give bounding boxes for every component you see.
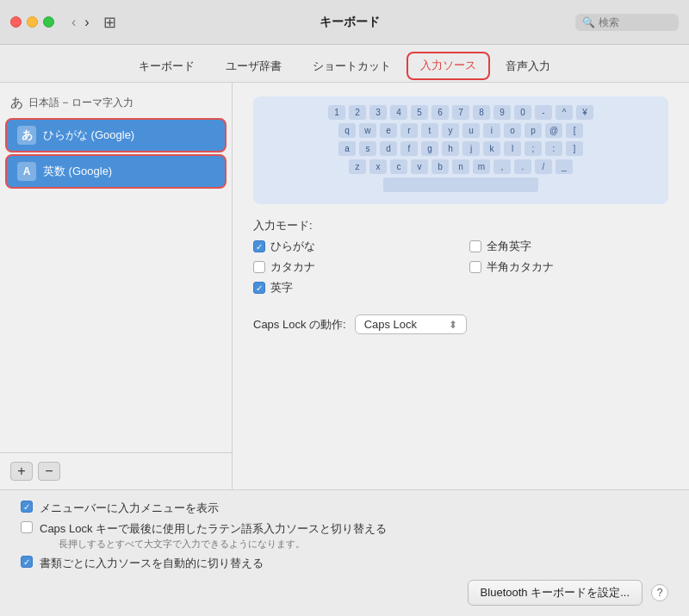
checkbox-zenkaku[interactable] bbox=[469, 240, 481, 252]
checkbox-hiragana[interactable] bbox=[253, 240, 265, 252]
checkbox-menubar[interactable] bbox=[21, 501, 33, 513]
key-8: 8 bbox=[473, 105, 490, 120]
key-a: a bbox=[338, 141, 356, 156]
window-title: キーボード bbox=[320, 15, 380, 30]
mode-hankaku-label: 半角カタカナ bbox=[487, 259, 554, 275]
tab-shortcuts[interactable]: ショートカット bbox=[297, 52, 407, 82]
chevron-down-icon: ⬍ bbox=[449, 319, 457, 331]
key-e: e bbox=[380, 123, 397, 138]
search-box[interactable]: 🔍 bbox=[575, 14, 679, 31]
key-x: x bbox=[369, 159, 387, 174]
tab-voice[interactable]: 音声入力 bbox=[490, 52, 566, 82]
mode-katakana: カタカナ bbox=[253, 259, 452, 275]
checkbox-katakana[interactable] bbox=[253, 261, 265, 273]
kb-row-4: z x c v b n m , . / _ bbox=[265, 159, 656, 174]
panel-wrapper: あ 日本語 − ローマ字入力 あ ひらがな (Google) A 英数 (Goo… bbox=[0, 82, 689, 489]
checkbox-row-menubar: メニューバーに入力メニューを表示 bbox=[21, 501, 668, 516]
mode-hankaku: 半角カタカナ bbox=[469, 259, 668, 275]
checkbox-capslock-switch[interactable] bbox=[21, 521, 33, 533]
grid-icon: ⊞ bbox=[103, 13, 116, 32]
help-button[interactable]: ? bbox=[651, 584, 668, 601]
input-mode-grid: ひらがな 全角英字 カタカナ 半角カタカナ 英字 bbox=[253, 239, 668, 296]
key-semicolon: ; bbox=[525, 141, 542, 156]
key-slash: / bbox=[535, 159, 552, 174]
key-period: . bbox=[514, 159, 531, 174]
key-minus: - bbox=[535, 105, 552, 120]
key-caret: ^ bbox=[556, 105, 573, 120]
key-s: s bbox=[359, 141, 376, 156]
key-g: g bbox=[421, 141, 438, 156]
source-group-header: あ 日本語 − ローマ字入力 bbox=[0, 91, 232, 116]
search-input[interactable] bbox=[599, 16, 676, 28]
key-l: l bbox=[504, 141, 521, 156]
minimize-button[interactable] bbox=[27, 16, 38, 28]
mode-eiji: 英字 bbox=[253, 280, 452, 296]
bottom-controls: + − bbox=[0, 452, 232, 489]
key-7: 7 bbox=[452, 105, 469, 120]
key-j: j bbox=[462, 141, 480, 156]
checkbox-auto-label: 書類ごとに入力ソースを自動的に切り替える bbox=[40, 556, 264, 571]
key-q: q bbox=[338, 123, 356, 138]
search-icon: 🔍 bbox=[582, 16, 595, 28]
checkbox-hankaku[interactable] bbox=[469, 261, 481, 273]
kb-row-3: a s d f g h j k l ; : ] bbox=[265, 141, 656, 156]
key-4: 4 bbox=[390, 105, 407, 120]
key-m: m bbox=[473, 159, 490, 174]
source-item-hiragana[interactable]: あ ひらがな (Google) bbox=[5, 118, 227, 152]
key-r: r bbox=[400, 123, 418, 138]
key-6: 6 bbox=[431, 105, 449, 120]
checkbox-menubar-label: メニューバーに入力メニューを表示 bbox=[40, 501, 219, 516]
key-v: v bbox=[411, 159, 428, 174]
add-source-button[interactable]: + bbox=[10, 462, 33, 481]
checkbox-row-auto: 書類ごとに入力ソースを自動的に切り替える bbox=[21, 556, 668, 571]
maximize-button[interactable] bbox=[43, 16, 54, 28]
titlebar: ‹ › ⊞ キーボード 🔍 bbox=[0, 0, 689, 45]
checkbox-capslock-content: Caps Lock キーで最後に使用したラテン語系入力ソースと切り替える 長押し… bbox=[40, 521, 387, 551]
key-rbracket: ] bbox=[566, 141, 583, 156]
source-item-eisu[interactable]: A 英数 (Google) bbox=[5, 154, 227, 189]
key-9: 9 bbox=[493, 105, 511, 120]
key-5: 5 bbox=[411, 105, 428, 120]
hiragana-label: ひらがな (Google) bbox=[43, 128, 134, 143]
checkbox-row-capslock: Caps Lock キーで最後に使用したラテン語系入力ソースと切り替える 長押し… bbox=[21, 521, 668, 551]
key-f: f bbox=[400, 141, 418, 156]
key-0: 0 bbox=[514, 105, 531, 120]
key-p: p bbox=[525, 123, 542, 138]
key-t: t bbox=[421, 123, 438, 138]
forward-button[interactable]: › bbox=[81, 13, 92, 32]
close-button[interactable] bbox=[10, 16, 22, 28]
caps-lock-dropdown[interactable]: Caps Lock ⬍ bbox=[355, 314, 467, 334]
remove-source-button[interactable]: − bbox=[38, 462, 60, 481]
keyboard-visual: 1 2 3 4 5 6 7 8 9 0 - ^ ¥ q w e r t y bbox=[253, 96, 668, 204]
tab-keyboard[interactable]: キーボード bbox=[123, 52, 210, 82]
kb-row-2: q w e r t y u i o p @ [ bbox=[265, 123, 656, 138]
key-yen: ¥ bbox=[576, 105, 593, 120]
mode-zenkaku-label: 全角英字 bbox=[487, 239, 531, 254]
kb-row-1: 1 2 3 4 5 6 7 8 9 0 - ^ ¥ bbox=[265, 105, 656, 120]
key-o: o bbox=[504, 123, 521, 138]
input-mode-label: 入力モード: bbox=[253, 218, 668, 233]
key-d: d bbox=[380, 141, 397, 156]
back-button[interactable]: ‹ bbox=[68, 13, 79, 32]
key-n: n bbox=[452, 159, 469, 174]
bluetooth-button[interactable]: Bluetooth キーボードを設定... bbox=[468, 580, 642, 606]
key-h: h bbox=[442, 141, 459, 156]
checkbox-auto[interactable] bbox=[21, 556, 33, 568]
checkbox-capslock-subtext: 長押しするとすべて大文字で入力できるようになります。 bbox=[59, 538, 387, 551]
key-comma: , bbox=[493, 159, 511, 174]
bottom-section: メニューバーに入力メニューを表示 Caps Lock キーで最後に使用したラテン… bbox=[0, 489, 689, 616]
hiragana-icon: あ bbox=[17, 126, 36, 145]
nav-arrows: ‹ › bbox=[68, 13, 93, 32]
source-list: あ ひらがな (Google) A 英数 (Google) bbox=[0, 116, 232, 452]
group-header-label: 日本語 − ローマ字入力 bbox=[28, 96, 133, 110]
eisu-icon: A bbox=[17, 162, 36, 181]
key-3: 3 bbox=[369, 105, 387, 120]
tab-user-dict[interactable]: ユーザ辞書 bbox=[210, 52, 297, 82]
mode-katakana-label: カタカナ bbox=[270, 259, 315, 275]
tab-input-source[interactable]: 入力ソース bbox=[407, 52, 490, 80]
checkbox-eiji[interactable] bbox=[253, 282, 265, 294]
traffic-lights bbox=[10, 16, 54, 28]
key-space bbox=[383, 177, 538, 192]
left-panel: あ 日本語 − ローマ字入力 あ ひらがな (Google) A 英数 (Goo… bbox=[0, 83, 233, 489]
mode-hiragana-label: ひらがな bbox=[270, 239, 315, 254]
